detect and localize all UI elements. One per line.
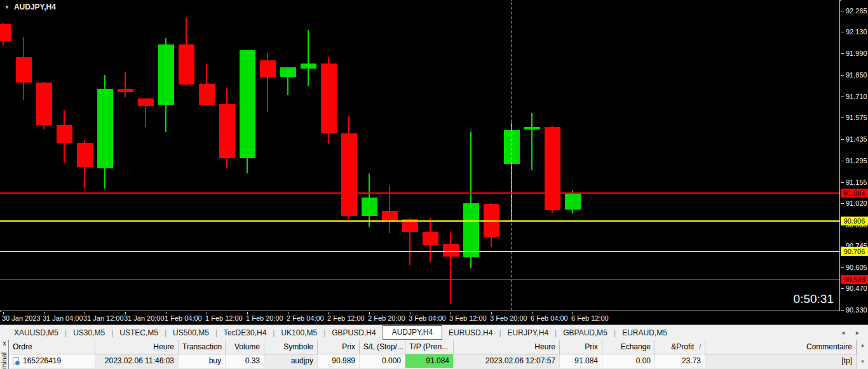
order-document-icon	[13, 357, 19, 365]
price-tick-label: 92.265	[846, 8, 867, 15]
candle-body	[301, 64, 316, 69]
price-level-axis-badge: 91.084	[841, 189, 868, 198]
chart-tab-bar: XAUUSD,M5|US30,M5|USTEC,M5|US500,M5|TecD…	[0, 325, 868, 340]
column-header-ordre[interactable]: Ordre	[9, 340, 95, 354]
table-scrollbar[interactable]: ▲ ▼	[857, 340, 868, 369]
price-tick-mark	[841, 53, 844, 54]
scroll-up-icon[interactable]: ▲	[858, 341, 867, 349]
price-axis[interactable]: 92.26592.13091.99091.85091.71091.57591.4…	[841, 0, 868, 325]
price-tick-label: 91.435	[846, 136, 867, 143]
price-tick-mark	[841, 139, 844, 140]
price-tick-mark	[841, 182, 844, 183]
candle-wick	[531, 113, 532, 170]
candle-body	[16, 57, 32, 83]
candle-body	[77, 143, 93, 167]
price-tick-label: 91.155	[846, 179, 867, 186]
sort-indicator: /	[699, 344, 701, 351]
time-tick-label: 6 Feb 12:00	[571, 314, 609, 322]
chart-tab-tecde30-h4[interactable]: TecDE30,H4	[217, 326, 273, 339]
price-tick-mark	[841, 246, 844, 246]
column-header-heure[interactable]: Heure	[95, 340, 179, 354]
column-header-profit[interactable]: &Profit/	[655, 340, 705, 354]
price-tick-label: 91.990	[846, 50, 867, 57]
candle-wick	[450, 232, 451, 304]
column-header-sl[interactable]: S/L (Stop/...	[360, 340, 405, 354]
column-header-transaction[interactable]: Transaction	[179, 340, 226, 354]
chart-tab-audjpy-h4[interactable]: AUDJPY,H4	[383, 325, 442, 340]
chart-plot-area[interactable]: ▼AUDJPY,H4 0:50:31	[0, 0, 840, 311]
price-level-line[interactable]	[0, 192, 840, 194]
tab-scroll-left-icon[interactable]: ◄	[840, 330, 846, 336]
chart-tab-eurusd-h4[interactable]: EURUSD,H4	[442, 326, 499, 339]
price-tick-label: 90.330	[846, 307, 867, 314]
candle-body	[463, 203, 479, 257]
price-tick-mark	[841, 310, 844, 311]
time-tick-label: 31 Jan 04:00	[43, 314, 83, 322]
price-level-line[interactable]	[0, 279, 840, 280]
order-row[interactable]: 1652264192023.02.06 11:46:03buy0.33audjp…	[9, 354, 857, 368]
price-tick-label: 91.575	[846, 114, 867, 121]
price-level-axis-badge: 90.528	[841, 275, 868, 284]
column-header-commentaire[interactable]: Commentaire	[705, 340, 857, 354]
terminal-panel: x Terminal OrdreHeureTransactionVolumeSy…	[0, 340, 868, 369]
chart-symbol-label[interactable]: ▼AUDJPY,H4	[4, 3, 56, 11]
candle-countdown-timer: 0:50:31	[794, 292, 834, 306]
cell-volume: 0.33	[226, 354, 264, 368]
scroll-down-icon[interactable]: ▼	[858, 358, 867, 366]
chart-tab-gbpusd-h4[interactable]: GBPUSD,H4	[325, 326, 382, 339]
price-tick-mark	[841, 97, 844, 97]
chart-tab-xauusd-m5[interactable]: XAUUSD,M5	[8, 326, 65, 339]
candle-body	[321, 64, 337, 133]
price-level-line[interactable]	[0, 220, 840, 222]
time-tick-label: 1 Feb 20:00	[246, 314, 283, 322]
terminal-side-strip: x Terminal	[0, 340, 9, 369]
price-tick-mark	[841, 32, 844, 32]
chart-tab-us500-m5[interactable]: US500,M5	[166, 326, 215, 339]
candle-body	[423, 232, 438, 245]
time-tick-label: 2 Feb 20:00	[368, 314, 405, 322]
cell-heure2: 2023.02.06 12:07:57	[454, 354, 560, 368]
chart-tab-us30-m5[interactable]: US30,M5	[67, 326, 111, 339]
chart-tab-eurjpy-h4[interactable]: EURJPY,H4	[501, 326, 555, 339]
chart-tab-ustec-m5[interactable]: USTEC,M5	[113, 326, 165, 339]
candle-body	[219, 104, 235, 158]
time-tick-label: 1 Feb 04:00	[165, 314, 202, 322]
tab-scroll-right-icon[interactable]: ►	[855, 330, 860, 336]
column-header-tp[interactable]: T/P (Pren...	[405, 340, 454, 354]
price-tick-mark	[841, 161, 844, 161]
chart-tab-euraud-m5[interactable]: EURAUD,M5	[616, 326, 674, 339]
candle-body	[362, 198, 377, 216]
column-header-echange[interactable]: Echange	[602, 340, 655, 354]
time-tick-label: 31 Jan 20:00	[124, 314, 165, 322]
cell-ordre: 165226419	[9, 354, 95, 368]
cell-profit: 23.73	[655, 354, 705, 368]
price-tick-mark	[841, 117, 844, 118]
price-tick-label: 91.850	[846, 72, 867, 79]
price-tick-label: 90.470	[846, 285, 867, 292]
day-separator-line	[512, 0, 512, 311]
price-tick-label: 92.130	[846, 29, 867, 36]
trading-terminal-window: ▼AUDJPY,H4 0:50:31 92.26592.13091.99091.…	[0, 0, 868, 369]
column-header-volume[interactable]: Volume	[226, 340, 264, 354]
time-tick-label: 1 Feb 12:00	[205, 314, 243, 322]
candle-body	[260, 60, 276, 77]
cell-sl: 0.000	[360, 354, 405, 368]
tab-nav: ◄►	[840, 330, 868, 336]
time-tick-label: 2 Feb 04:00	[287, 314, 324, 322]
candle-body	[97, 89, 113, 168]
table-header-row: OrdreHeureTransactionVolumeSymbolePrixS/…	[9, 340, 857, 354]
column-header-prix[interactable]: Prix	[318, 340, 360, 354]
column-header-prix2[interactable]: Prix	[560, 340, 602, 354]
chart-tab-uk100-m5[interactable]: UK100,M5	[275, 326, 323, 339]
cell-echange: 0.00	[602, 354, 655, 368]
cell-symbole: audjpy	[264, 354, 318, 368]
price-level-axis-badge: 90.706	[841, 247, 868, 256]
chart-tab-gbpaud-m5[interactable]: GBPAUD,M5	[557, 326, 614, 339]
time-axis[interactable]: 30 Jan 202331 Jan 04:0031 Jan 12:0031 Ja…	[0, 312, 840, 325]
price-tick-label: 90.605	[846, 264, 867, 271]
column-header-heure2[interactable]: Heure	[454, 340, 560, 354]
time-tick-label: 31 Jan 12:00	[83, 314, 124, 322]
price-level-line[interactable]	[0, 251, 840, 252]
time-tick-label: 30 Jan 2023	[2, 314, 41, 322]
column-header-symbole[interactable]: Symbole	[264, 340, 318, 354]
